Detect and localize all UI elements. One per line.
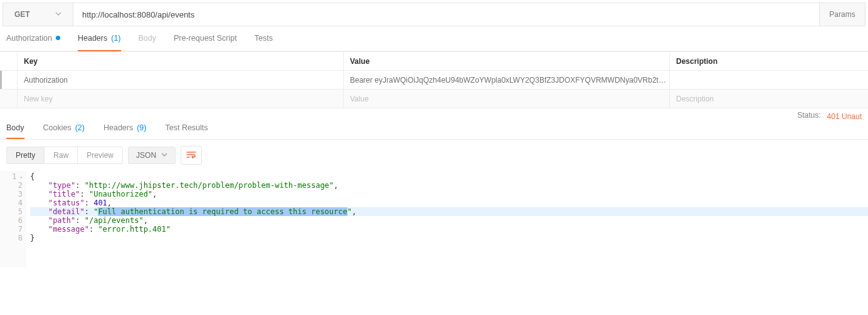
resp-tab-cookies-label: Cookies: [43, 123, 71, 132]
tab-body[interactable]: Body: [139, 26, 157, 51]
tab-headers-label: Headers: [78, 34, 107, 43]
row-gutter: [0, 71, 18, 89]
tab-authorization-label: Authorization: [6, 34, 52, 43]
response-body-viewer[interactable]: 1 2 3 4 5 6 7 8 { "type": "http://www.jh…: [0, 171, 868, 267]
cell-value[interactable]: Bearer eyJraWQiOiJqQzh4eU94bWZoYWpla0xLW…: [344, 71, 670, 89]
code-line: "message": "error.http.401": [30, 225, 868, 234]
tab-headers[interactable]: Headers (1): [78, 26, 121, 51]
changed-dot-icon: [56, 36, 60, 40]
code-line: "status": 401,: [30, 199, 868, 207]
format-label: JSON: [136, 151, 156, 160]
code-content[interactable]: { "type": "http://www.jhipster.tech/prob…: [26, 171, 868, 267]
col-key: Key: [18, 52, 344, 70]
new-value-placeholder[interactable]: Value: [344, 90, 670, 108]
tab-tests-label: Tests: [255, 34, 273, 43]
new-desc-placeholder[interactable]: Description: [670, 90, 868, 108]
code-line: "title": "Unauthorized",: [30, 190, 868, 199]
cell-key[interactable]: Authorization: [18, 71, 344, 89]
line-number: 6: [1, 216, 23, 225]
resp-tab-headers[interactable]: Headers (9): [103, 117, 147, 139]
http-method-select[interactable]: GET: [3, 3, 73, 26]
response-tabs-strip: Body Cookies (2) Headers (9) Test Result…: [0, 117, 868, 140]
headers-table: Key Value Description Authorization Bear…: [0, 51, 868, 108]
resp-tab-headers-label: Headers: [103, 123, 133, 132]
params-button[interactable]: Params: [820, 3, 865, 26]
tab-tests[interactable]: Tests: [255, 26, 273, 51]
row-gutter: [0, 90, 18, 108]
tab-authorization[interactable]: Authorization: [6, 26, 60, 51]
new-header-row[interactable]: New key Value Description: [0, 89, 868, 108]
headers-table-header: Key Value Description: [0, 51, 868, 70]
resp-tab-cookies-count: (2): [75, 123, 85, 132]
tab-headers-count: (1): [111, 34, 120, 43]
resp-tab-cookies[interactable]: Cookies (2): [43, 117, 85, 139]
col-desc: Description: [670, 52, 868, 70]
params-label: Params: [829, 10, 855, 19]
status-code: 401 Unaut: [823, 111, 862, 146]
resp-tab-headers-count: (9): [137, 123, 146, 132]
tab-prerequest[interactable]: Pre-request Script: [174, 26, 237, 51]
view-preview-button[interactable]: Preview: [78, 147, 123, 164]
response-tabs: Body Cookies (2) Headers (9) Test Result…: [6, 117, 208, 139]
format-select[interactable]: JSON: [128, 147, 176, 164]
table-row[interactable]: Authorization Bearer eyJraWQiOiJqQzh4eU9…: [0, 70, 868, 89]
line-number: 7: [1, 225, 23, 234]
code-line: {: [30, 172, 868, 181]
http-method-label: GET: [14, 10, 30, 19]
status-label: Status:: [797, 111, 820, 146]
code-line: "detail": "Full authentication is requir…: [30, 207, 868, 216]
request-tabs: Authorization Headers (1) Body Pre-reque…: [0, 26, 868, 51]
line-number-gutter: 1 2 3 4 5 6 7 8: [0, 171, 26, 267]
line-number: 4: [1, 199, 23, 207]
resp-tab-body-label: Body: [6, 123, 24, 132]
code-line: }: [30, 234, 868, 242]
response-status: Status: 401 Unaut: [797, 111, 862, 146]
new-key-placeholder[interactable]: New key: [18, 90, 344, 108]
line-wrap-button[interactable]: [181, 146, 202, 165]
code-line: "type": "http://www.jhipster.tech/proble…: [30, 181, 868, 190]
col-value: Value: [344, 52, 670, 70]
line-wrap-icon: [186, 150, 196, 160]
resp-tab-tests-label: Test Results: [165, 123, 208, 132]
url-input[interactable]: [73, 10, 819, 19]
code-line: "path": "/api/events",: [30, 216, 868, 225]
response-toolbar: Pretty Raw Preview JSON: [0, 140, 868, 171]
resp-tab-body[interactable]: Body: [6, 117, 24, 139]
tab-prerequest-label: Pre-request Script: [174, 34, 237, 43]
view-raw-button[interactable]: Raw: [45, 147, 78, 164]
request-url-bar: GET Params: [3, 3, 865, 26]
line-number: 3: [1, 190, 23, 199]
view-mode-group: Pretty Raw Preview: [6, 147, 123, 164]
line-number: 1: [1, 172, 23, 181]
line-number: 2: [1, 181, 23, 190]
line-number: 8: [1, 234, 23, 242]
url-input-wrapper: [73, 3, 820, 26]
chevron-down-icon: [55, 10, 61, 19]
chevron-down-icon: [161, 151, 167, 160]
line-number: 5: [1, 207, 23, 216]
row-gutter: [0, 52, 18, 70]
cell-desc[interactable]: [670, 71, 868, 89]
tab-body-label: Body: [139, 34, 157, 43]
resp-tab-tests[interactable]: Test Results: [165, 117, 208, 139]
view-pretty-button[interactable]: Pretty: [6, 147, 45, 164]
